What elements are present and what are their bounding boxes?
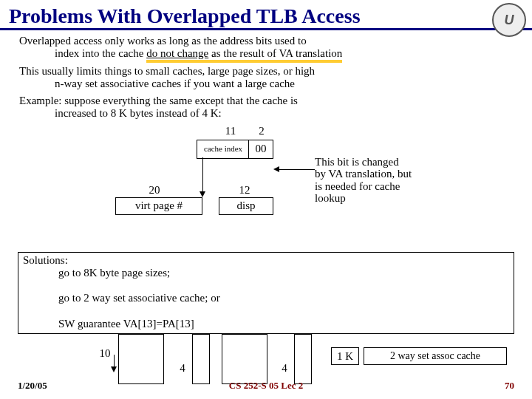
footer-page-number: 70 <box>505 380 514 392</box>
label-11: 11 <box>216 125 245 137</box>
one-k-box: 1 K <box>331 347 359 365</box>
cache-index-box: cache index <box>197 140 250 159</box>
disp-box: disp <box>219 197 273 215</box>
solution-1: go to 8K byte page sizes; <box>23 267 509 279</box>
note-line4: lookup <box>315 192 346 204</box>
page-title: Problems With Overlapped TLB Access <box>0 0 532 28</box>
do-not-change: do not change <box>146 47 208 59</box>
seal-logo: U <box>492 3 526 37</box>
p2-line2: n-way set associative caches if you want… <box>19 78 513 90</box>
label-12: 12 <box>233 184 256 197</box>
label-4b: 4 <box>278 362 291 375</box>
solutions-box: Solutions: go to 8K byte page sizes; go … <box>18 252 514 335</box>
label-10: 10 <box>95 347 115 360</box>
paragraph-1: Overlapped access only works as long as … <box>19 35 513 61</box>
cache-index-label: cache index <box>204 145 242 153</box>
label-2: 2 <box>254 125 269 137</box>
tag-mem-left <box>118 334 164 384</box>
p3-line2: increased to 8 K bytes instead of 4 K: <box>19 107 513 120</box>
paragraph-2: This usually limits things to small cach… <box>19 65 513 91</box>
p2-line1: This usually limits things to small cach… <box>19 65 315 77</box>
label-20: 20 <box>143 184 166 197</box>
solution-2: go to 2 way set associative cache; or <box>23 292 509 304</box>
zero-zero-box: 00 <box>248 140 273 159</box>
assoc-cache-box: 2 way set assoc cache <box>364 347 507 365</box>
comp-box-right <box>294 334 312 384</box>
slide-body: Overlapped access only works as long as … <box>0 35 532 250</box>
title-underline <box>0 28 532 30</box>
address-diagram: 11 2 cache index 00 20 12 virt page # di… <box>19 125 513 250</box>
p3-line1: Example: suppose everything the same exc… <box>19 95 298 106</box>
solutions-header: Solutions: <box>23 254 68 266</box>
note-line2: by VA translation, but <box>315 168 412 180</box>
note-line1: This bit is changed <box>315 156 399 168</box>
tag-mem-right <box>222 334 267 384</box>
footer-course: CS 252-S 05 Lec 2 <box>0 380 532 392</box>
changed-bit-note: This bit is changed by VA translation, b… <box>315 156 492 205</box>
p1-line2a: index into the cache <box>55 47 146 59</box>
label-4a: 4 <box>176 362 189 375</box>
note-line3: is needed for cache <box>315 180 400 192</box>
solution-3: SW guarantee VA[13]=PA[13] <box>23 318 509 330</box>
p1-line1: Overlapped access only works as long as … <box>19 35 307 47</box>
virt-page-box: virt page # <box>115 197 202 215</box>
p1-line2b: as the result of VA translation <box>208 47 342 59</box>
comp-box-left <box>192 334 210 384</box>
paragraph-3: Example: suppose everything the same exc… <box>19 95 513 120</box>
